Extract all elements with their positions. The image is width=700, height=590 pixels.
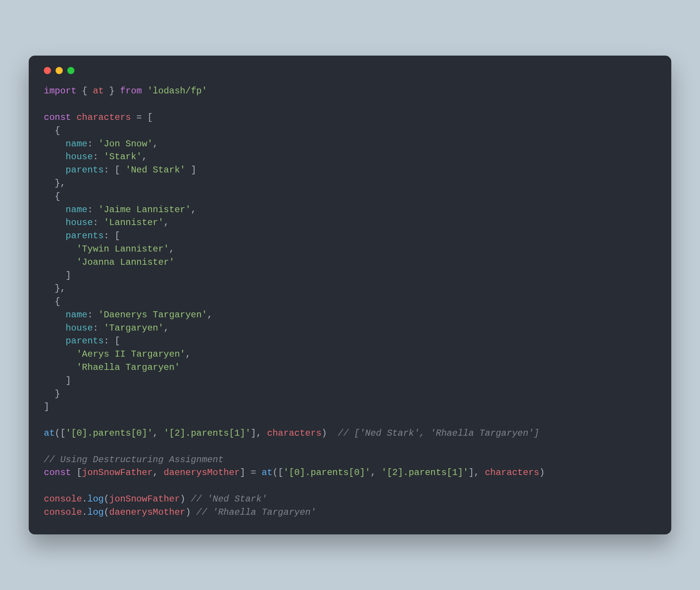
keyword-import: import xyxy=(44,86,76,96)
comment: // Using Destructuring Assignment xyxy=(44,455,223,465)
comment: // ['Ned Stark', 'Rhaella Targaryen'] xyxy=(338,428,539,438)
keyword-const: const xyxy=(44,112,71,123)
keyword-from: from xyxy=(120,86,142,96)
comment: // 'Rhaella Targaryen' xyxy=(196,507,316,517)
traffic-lights xyxy=(44,67,656,74)
close-button[interactable] xyxy=(44,67,51,74)
code-block: import { at } from 'lodash/fp' const cha… xyxy=(44,85,656,519)
maximize-button[interactable] xyxy=(67,67,74,74)
comment: // 'Ned Stark' xyxy=(191,494,267,504)
minimize-button[interactable] xyxy=(56,67,63,74)
code-window: import { at } from 'lodash/fp' const cha… xyxy=(29,56,671,534)
